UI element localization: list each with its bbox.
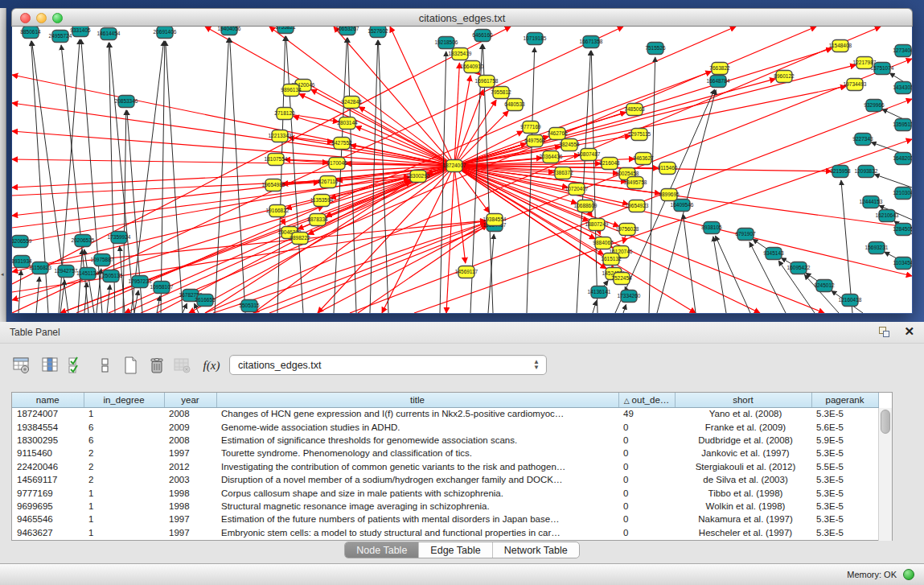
network-canvas[interactable]: 8850614249557249331405146144542069140619… (12, 27, 912, 313)
cell-name[interactable]: 9463627 (12, 526, 84, 539)
cell-out_degree[interactable]: 0 (618, 447, 675, 459)
citation-edge-black[interactable] (440, 51, 446, 313)
cell-title[interactable]: Embryonic stem cells: a model to study s… (216, 526, 618, 539)
graph-node[interactable]: 20853346 (115, 96, 138, 108)
graph-node[interactable]: 7522454 (611, 273, 632, 285)
graph-node[interactable]: 2616655 (195, 295, 216, 307)
citation-edge-red[interactable] (205, 27, 881, 313)
citation-edge-black[interactable] (18, 270, 21, 313)
table-selector-dropdown[interactable]: citations_edges.txt ▲▼ (229, 355, 547, 375)
graph-node[interactable]: 23206559 (12, 236, 32, 248)
column-header-short[interactable]: short (675, 393, 811, 407)
show-columns-icon[interactable] (40, 355, 61, 376)
graph-node[interactable]: 1210304 (893, 187, 912, 200)
collapse-arrow-icon[interactable]: ◂ (1, 271, 4, 278)
cell-out_degree[interactable]: 0 (618, 473, 675, 486)
graph-node[interactable]: 11156823 (29, 262, 51, 274)
citation-edge-black[interactable] (334, 38, 347, 313)
graph-node[interactable]: 11451134 (76, 268, 99, 280)
graph-node[interactable]: 20206535 (72, 235, 95, 247)
graph-node[interactable]: 9777169 (520, 122, 541, 134)
graph-node[interactable]: 1527602 (368, 27, 388, 38)
citation-edge-black[interactable] (623, 304, 626, 313)
graph-node[interactable]: 9245012 (814, 280, 835, 292)
table-row[interactable]: 977716911998Corpus callosum shape and si… (12, 486, 878, 499)
cell-year[interactable]: 2008 (164, 407, 216, 420)
cell-in_degree[interactable]: 1 (84, 407, 164, 420)
graph-node[interactable]: 12444153 (860, 196, 883, 208)
graph-node[interactable]: 8216048 (599, 158, 620, 170)
graph-node[interactable]: 19756028 (616, 224, 639, 236)
cell-short[interactable]: Yano et al. (2008) (675, 407, 811, 420)
table-scrollbar[interactable] (878, 408, 892, 541)
cell-in_degree[interactable]: 1 (84, 500, 164, 513)
select-all-rows-icon[interactable] (66, 355, 87, 376)
scrollbar-thumb[interactable] (881, 410, 890, 434)
cell-in_degree[interactable]: 1 (84, 513, 164, 525)
citation-edge-red[interactable] (599, 231, 601, 235)
graph-node[interactable]: 9329966 (864, 100, 885, 112)
graph-node[interactable]: 10719185 (524, 33, 547, 45)
table-row[interactable]: 946362711997Embryonic stem cells: a mode… (12, 526, 878, 539)
cell-name[interactable]: 9699695 (12, 500, 84, 513)
graph-node[interactable]: 1648203 (893, 153, 912, 165)
graph-node[interactable]: 12942757 (55, 266, 78, 278)
cell-short[interactable]: Jankovic et al. (1997) (675, 447, 811, 459)
graph-node[interactable]: 7485063 (624, 104, 645, 116)
graph-node[interactable]: 18807249 (585, 219, 609, 231)
cell-short[interactable]: Franke et al. (2009) (675, 420, 811, 433)
graph-node[interactable]: 6791907 (735, 229, 756, 241)
citation-edge-black[interactable] (683, 214, 696, 313)
cell-short[interactable]: Nakamura et al. (1997) (675, 513, 811, 525)
graph-node[interactable]: 9463627 (633, 153, 654, 165)
cell-year[interactable]: 1998 (164, 486, 216, 499)
graph-node[interactable]: 9170046 (326, 158, 347, 170)
column-header-in_degree[interactable]: in_degree (84, 393, 164, 407)
cell-title[interactable]: Tourette syndrome. Phenomenology and cla… (216, 447, 618, 459)
create-column-icon[interactable] (121, 355, 142, 376)
cell-in_degree[interactable]: 6 (84, 420, 164, 433)
cell-name[interactable]: 14569117 (12, 473, 84, 486)
citation-edge-red[interactable] (454, 63, 459, 159)
cell-name[interactable]: 18300295 (12, 434, 84, 447)
cell-short[interactable]: Dudbridge et al. (2008) (675, 434, 811, 447)
citation-edge-red[interactable] (189, 169, 449, 313)
cell-pagerank[interactable]: 5.3E-5 (811, 407, 878, 420)
graph-node[interactable]: 18495758 (624, 177, 647, 189)
citation-edge-black[interactable] (215, 38, 228, 313)
citation-edge-black[interactable] (36, 277, 39, 313)
column-header-year[interactable]: year (164, 393, 216, 407)
graph-node[interactable]: 9899695 (659, 189, 680, 201)
citation-edge-red[interactable] (311, 89, 449, 163)
float-panel-icon[interactable] (879, 327, 890, 338)
cell-in_degree[interactable]: 2 (84, 447, 164, 459)
graph-node[interactable]: 9242848 (341, 97, 362, 109)
citation-edge-black[interactable] (123, 110, 126, 313)
cell-out_degree[interactable]: 0 (618, 420, 675, 433)
graph-node[interactable]: 16210643 (876, 210, 899, 222)
graph-node[interactable]: 6497568 (524, 135, 545, 147)
node-table[interactable]: namein_degreeyeartitle△out_de…shortpager… (11, 392, 893, 541)
citation-edge-black[interactable] (378, 40, 388, 313)
graph-node[interactable]: 18325419 (449, 48, 472, 60)
graph-node[interactable]: 19404056 (218, 27, 241, 35)
cell-name[interactable]: 19384554 (12, 420, 84, 433)
graph-node[interactable]: 9884067 (593, 237, 614, 249)
graph-node[interactable]: 9227343 (852, 134, 873, 146)
graph-node[interactable]: 11548408 (829, 40, 852, 52)
graph-node[interactable]: 12975115 (628, 129, 651, 141)
graph-node[interactable]: 9896134 (281, 84, 302, 97)
graph-node[interactable]: 14614454 (97, 28, 121, 40)
graph-node[interactable]: 17334260 (618, 290, 641, 303)
graph-node[interactable]: 7462766 (547, 128, 568, 140)
graph-node[interactable]: 17957233 (129, 276, 152, 288)
graph-node[interactable]: 10720407 (565, 183, 589, 196)
citation-edge-black[interactable] (183, 303, 187, 313)
citation-edge-black[interactable] (593, 301, 597, 313)
cell-title[interactable]: Genome-wide association studies in ADHD. (216, 420, 618, 433)
window-titlebar[interactable]: citations_edges.txt (11, 8, 913, 27)
cell-pagerank[interactable]: 5.9E-5 (811, 434, 878, 447)
cell-in_degree[interactable]: 2 (84, 473, 164, 486)
graph-node[interactable]: 1434303 (893, 82, 912, 94)
citation-edge-black[interactable] (161, 41, 165, 313)
